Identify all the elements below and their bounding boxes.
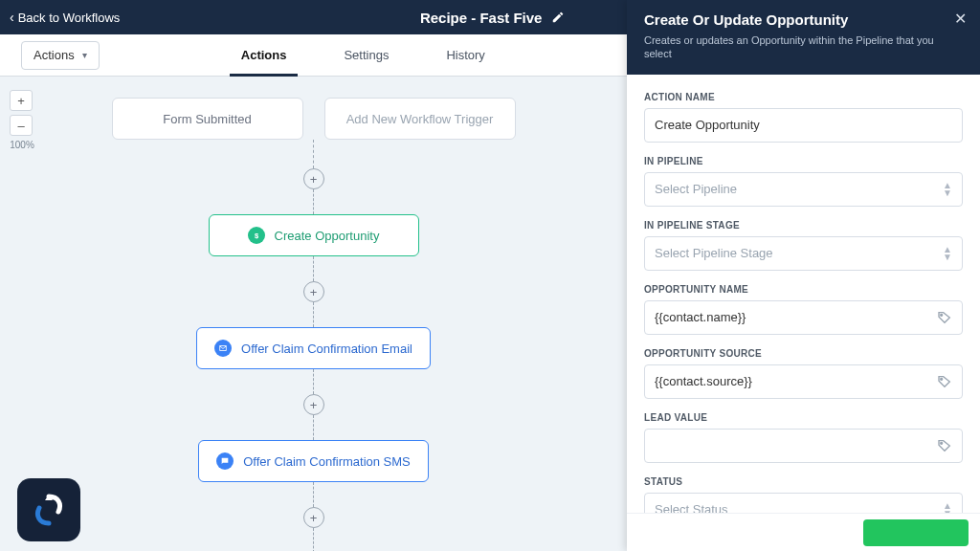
workflow-canvas[interactable]: + – 100% Form Submitted Add New Workflow… (0, 77, 627, 551)
add-step-button[interactable]: + (303, 507, 324, 528)
close-icon[interactable]: ✕ (954, 10, 967, 28)
node-confirmation-email[interactable]: Offer Claim Confirmation Email (196, 327, 431, 369)
sub-bar: Actions ▾ Actions Settings History (0, 34, 627, 77)
field-label: IN PIPELINE (644, 156, 963, 166)
chevron-left-icon: ‹ (10, 10, 14, 25)
panel-title: Create Or Update Opportunity (644, 11, 963, 28)
pipeline-select[interactable]: Select Pipeline ▲▼ (644, 172, 963, 207)
input-value: {{contact.source}} (655, 374, 752, 388)
lead-value-input[interactable] (644, 429, 963, 463)
save-button[interactable] (863, 519, 969, 546)
field-label: ACTION NAME (644, 92, 963, 102)
pencil-icon[interactable] (551, 11, 565, 24)
tab-settings[interactable]: Settings (344, 34, 389, 76)
trigger-row: Form Submitted Add New Workflow Trigger (112, 98, 516, 140)
back-label: Back to Workflows (18, 11, 121, 25)
logo-icon (30, 491, 68, 529)
field-label: LEAD VALUE (644, 412, 963, 423)
opportunity-source-input[interactable]: {{contact.source}} (644, 364, 963, 399)
action-config-panel: Create Or Update Opportunity Creates or … (627, 0, 980, 551)
connector-line (313, 140, 314, 168)
svg-text:$: $ (254, 231, 258, 240)
node-create-opportunity[interactable]: $ Create Opportunity (209, 214, 419, 256)
field-in-pipeline: IN PIPELINE Select Pipeline ▲▼ (644, 156, 963, 207)
opportunity-name-input[interactable]: {{contact.name}} (644, 300, 963, 335)
add-step-button[interactable]: + (303, 168, 324, 189)
chevron-down-icon: ▾ (82, 50, 87, 60)
svg-point-3 (941, 378, 943, 380)
node-label: Offer Claim Confirmation Email (241, 342, 412, 356)
connector-line (313, 415, 314, 440)
trigger-form-submitted[interactable]: Form Submitted (112, 98, 303, 140)
input-value: {{contact.name}} (655, 310, 746, 324)
tab-bar: Actions Settings History (100, 34, 627, 76)
node-label: Offer Claim Confirmation SMS (243, 454, 411, 469)
flow-column: Form Submitted Add New Workflow Trigger … (0, 77, 627, 551)
tab-actions[interactable]: Actions (241, 34, 287, 76)
node-label: Create Opportunity (275, 229, 380, 243)
select-placeholder: Select Status (655, 502, 728, 513)
field-lead-value: LEAD VALUE (644, 412, 963, 463)
field-in-pipeline-stage: IN PIPELINE STAGE Select Pipeline Stage … (644, 220, 963, 271)
chat-icon (216, 452, 234, 470)
connector-line (313, 528, 314, 551)
connector-line (313, 189, 314, 214)
connector-line (313, 482, 314, 507)
updown-icon: ▲▼ (943, 502, 952, 513)
mail-icon (214, 340, 232, 357)
node-confirmation-sms[interactable]: Offer Claim Confirmation SMS (198, 440, 429, 482)
connector-line (313, 256, 314, 281)
svg-point-2 (941, 314, 943, 316)
svg-point-4 (941, 442, 943, 444)
updown-icon: ▲▼ (943, 246, 952, 261)
field-opportunity-source: OPPORTUNITY SOURCE {{contact.source}} (644, 348, 963, 399)
action-name-input[interactable] (644, 108, 963, 143)
field-label: IN PIPELINE STAGE (644, 220, 963, 231)
panel-footer (627, 513, 980, 551)
field-action-name: ACTION NAME (644, 92, 963, 143)
brand-logo (17, 478, 80, 541)
trigger-add-new[interactable]: Add New Workflow Trigger (324, 98, 516, 140)
panel-description: Creates or updates an Opportunity within… (644, 33, 963, 61)
field-label: STATUS (644, 476, 963, 487)
select-placeholder: Select Pipeline (655, 182, 737, 196)
workflow-title: Recipe - Fast Five (420, 10, 543, 26)
add-step-button[interactable]: + (303, 281, 324, 302)
tag-icon[interactable] (937, 374, 952, 389)
tab-history[interactable]: History (446, 34, 484, 76)
actions-dropdown-label: Actions (33, 48, 75, 62)
status-select[interactable]: Select Status ▲▼ (644, 493, 963, 513)
field-status: STATUS Select Status ▲▼ (644, 476, 963, 513)
tag-icon[interactable] (937, 438, 952, 453)
field-label: OPPORTUNITY SOURCE (644, 348, 963, 359)
panel-body: ACTION NAME IN PIPELINE Select Pipeline … (627, 75, 980, 513)
pipeline-stage-select[interactable]: Select Pipeline Stage ▲▼ (644, 236, 963, 271)
updown-icon: ▲▼ (943, 182, 952, 197)
connector-line (313, 369, 314, 394)
panel-header: Create Or Update Opportunity Creates or … (627, 0, 980, 75)
select-placeholder: Select Pipeline Stage (655, 246, 773, 260)
dollar-icon: $ (248, 227, 265, 244)
tag-icon[interactable] (937, 310, 952, 325)
actions-dropdown[interactable]: Actions ▾ (21, 41, 100, 70)
add-step-button[interactable]: + (303, 394, 324, 415)
field-opportunity-name: OPPORTUNITY NAME {{contact.name}} (644, 284, 963, 335)
field-label: OPPORTUNITY NAME (644, 284, 963, 295)
connector-line (313, 302, 314, 327)
back-to-workflows-link[interactable]: ‹ Back to Workflows (0, 10, 120, 25)
